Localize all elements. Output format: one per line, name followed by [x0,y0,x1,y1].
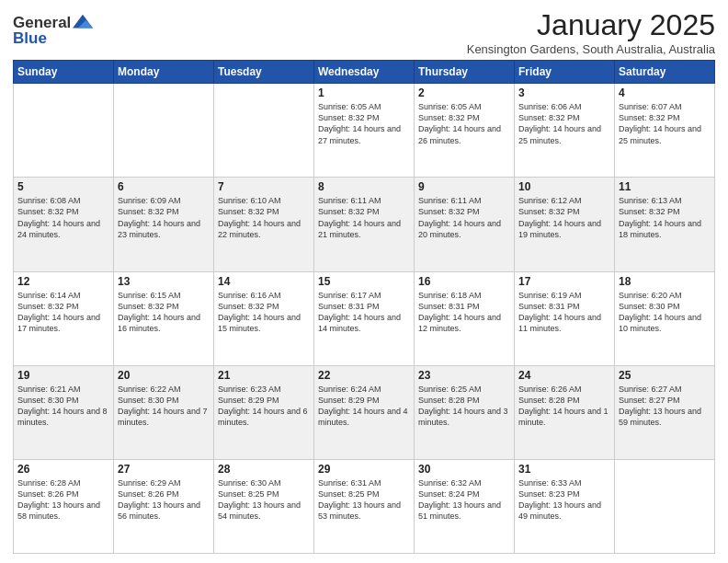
day-info: Sunrise: 6:25 AMSunset: 8:28 PMDaylight:… [418,384,510,429]
day-number: 17 [518,275,610,288]
header-friday: Friday [515,61,615,84]
table-row [14,84,114,178]
page: General Blue January 2025 Kensington Gar… [0,0,728,563]
day-info: Sunrise: 6:32 AMSunset: 8:24 PMDaylight:… [418,477,510,523]
table-row: 19Sunrise: 6:21 AMSunset: 8:30 PMDayligh… [14,365,114,459]
table-row: 25Sunrise: 6:27 AMSunset: 8:27 PMDayligh… [615,365,715,459]
table-row: 14Sunrise: 6:16 AMSunset: 8:32 PMDayligh… [214,271,314,365]
day-number: 21 [218,369,310,382]
daylight-text: Daylight: 14 hours and 8 minutes. [17,407,108,427]
day-info: Sunrise: 6:26 AMSunset: 8:28 PMDaylight:… [518,384,610,429]
day-number: 5 [17,180,109,193]
logo: General Blue [13,13,93,48]
sunrise-text: Sunrise: 6:23 AM [218,385,281,394]
daylight-text: Daylight: 14 hours and 10 minutes. [619,313,701,333]
table-row: 26Sunrise: 6:28 AMSunset: 8:26 PMDayligh… [14,459,114,553]
header: General Blue January 2025 Kensington Gar… [13,9,715,56]
sunset-text: Sunset: 8:31 PM [518,302,580,311]
day-number: 11 [619,180,711,193]
sunset-text: Sunset: 8:32 PM [518,207,580,216]
day-number: 23 [418,369,510,382]
sunrise-text: Sunrise: 6:16 AM [218,291,281,300]
sunset-text: Sunset: 8:32 PM [218,207,279,216]
table-row: 5Sunrise: 6:08 AMSunset: 8:32 PMDaylight… [14,178,114,271]
sunset-text: Sunset: 8:30 PM [619,302,680,311]
day-number: 1 [318,86,410,99]
header-monday: Monday [114,61,214,84]
daylight-text: Daylight: 14 hours and 11 minutes. [518,313,601,333]
calendar-week-row: 19Sunrise: 6:21 AMSunset: 8:30 PMDayligh… [14,365,715,459]
day-info: Sunrise: 6:28 AMSunset: 8:26 PMDaylight:… [17,477,109,523]
table-row: 11Sunrise: 6:13 AMSunset: 8:32 PMDayligh… [615,178,715,271]
table-row: 12Sunrise: 6:14 AMSunset: 8:32 PMDayligh… [14,271,114,365]
sunrise-text: Sunrise: 6:10 AM [218,196,281,205]
sunset-text: Sunset: 8:32 PM [17,207,79,216]
table-row: 6Sunrise: 6:09 AMSunset: 8:32 PMDaylight… [114,178,214,271]
sunrise-text: Sunrise: 6:08 AM [17,196,81,205]
daylight-text: Daylight: 14 hours and 3 minutes. [418,407,508,427]
daylight-text: Daylight: 13 hours and 56 minutes. [118,500,200,521]
table-row: 15Sunrise: 6:17 AMSunset: 8:31 PMDayligh… [314,271,415,365]
day-number: 27 [118,463,210,476]
sunrise-text: Sunrise: 6:24 AM [318,385,381,394]
day-info: Sunrise: 6:15 AMSunset: 8:32 PMDaylight:… [118,290,210,335]
logo-icon [73,13,93,33]
day-info: Sunrise: 6:17 AMSunset: 8:31 PMDaylight:… [318,290,410,335]
day-info: Sunrise: 6:06 AMSunset: 8:32 PMDaylight:… [518,101,610,146]
table-row [615,459,715,553]
day-info: Sunrise: 6:21 AMSunset: 8:30 PMDaylight:… [17,384,109,429]
table-row: 21Sunrise: 6:23 AMSunset: 8:29 PMDayligh… [214,365,314,459]
daylight-text: Daylight: 14 hours and 15 minutes. [218,313,301,333]
daylight-text: Daylight: 14 hours and 6 minutes. [218,407,308,427]
sunset-text: Sunset: 8:26 PM [118,489,179,499]
sunrise-text: Sunrise: 6:32 AM [418,478,482,488]
sunrise-text: Sunrise: 6:11 AM [318,196,381,205]
table-row: 4Sunrise: 6:07 AMSunset: 8:32 PMDaylight… [615,84,715,178]
day-number: 12 [17,275,109,288]
day-number: 10 [518,180,610,193]
daylight-text: Daylight: 14 hours and 25 minutes. [518,124,601,144]
day-info: Sunrise: 6:22 AMSunset: 8:30 PMDaylight:… [118,384,210,429]
daylight-text: Daylight: 14 hours and 14 minutes. [318,313,401,333]
daylight-text: Daylight: 14 hours and 12 minutes. [418,313,501,333]
day-number: 22 [318,369,410,382]
day-info: Sunrise: 6:10 AMSunset: 8:32 PMDaylight:… [218,195,310,240]
table-row: 24Sunrise: 6:26 AMSunset: 8:28 PMDayligh… [515,365,615,459]
sunrise-text: Sunrise: 6:26 AM [518,385,582,394]
sunrise-text: Sunrise: 6:12 AM [518,196,582,205]
day-info: Sunrise: 6:11 AMSunset: 8:32 PMDaylight:… [318,195,410,240]
day-info: Sunrise: 6:33 AMSunset: 8:23 PMDaylight:… [518,477,610,523]
day-number: 25 [619,369,711,382]
sunrise-text: Sunrise: 6:25 AM [418,385,482,394]
day-info: Sunrise: 6:12 AMSunset: 8:32 PMDaylight:… [518,195,610,240]
daylight-text: Daylight: 14 hours and 17 minutes. [17,313,100,333]
sunset-text: Sunset: 8:29 PM [318,396,380,405]
sunset-text: Sunset: 8:29 PM [218,396,279,405]
daylight-text: Daylight: 13 hours and 54 minutes. [218,500,301,521]
table-row: 31Sunrise: 6:33 AMSunset: 8:23 PMDayligh… [515,459,615,553]
day-info: Sunrise: 6:13 AMSunset: 8:32 PMDaylight:… [619,195,711,240]
table-row [114,84,214,178]
sunset-text: Sunset: 8:23 PM [518,489,580,499]
title-block: January 2025 Kensington Gardens, South A… [467,9,715,56]
sunrise-text: Sunrise: 6:30 AM [218,478,281,488]
calendar-week-row: 26Sunrise: 6:28 AMSunset: 8:26 PMDayligh… [14,459,715,553]
daylight-text: Daylight: 13 hours and 58 minutes. [17,500,100,521]
daylight-text: Daylight: 14 hours and 7 minutes. [118,407,208,427]
daylight-text: Daylight: 13 hours and 53 minutes. [318,500,401,521]
calendar-table: Sunday Monday Tuesday Wednesday Thursday… [13,60,715,554]
sunset-text: Sunset: 8:26 PM [17,489,79,499]
day-info: Sunrise: 6:19 AMSunset: 8:31 PMDaylight:… [518,290,610,335]
daylight-text: Daylight: 14 hours and 19 minutes. [518,219,601,239]
sunset-text: Sunset: 8:32 PM [118,302,179,311]
daylight-text: Daylight: 14 hours and 24 minutes. [17,219,100,239]
sunset-text: Sunset: 8:32 PM [218,302,279,311]
calendar-week-row: 1Sunrise: 6:05 AMSunset: 8:32 PMDaylight… [14,84,715,178]
daylight-text: Daylight: 14 hours and 4 minutes. [318,407,408,427]
sunrise-text: Sunrise: 6:07 AM [619,102,682,111]
calendar-title: January 2025 [467,9,715,41]
sunrise-text: Sunrise: 6:19 AM [518,291,582,300]
header-sunday: Sunday [14,61,114,84]
table-row: 2Sunrise: 6:05 AMSunset: 8:32 PMDaylight… [415,84,515,178]
sunrise-text: Sunrise: 6:11 AM [418,196,482,205]
